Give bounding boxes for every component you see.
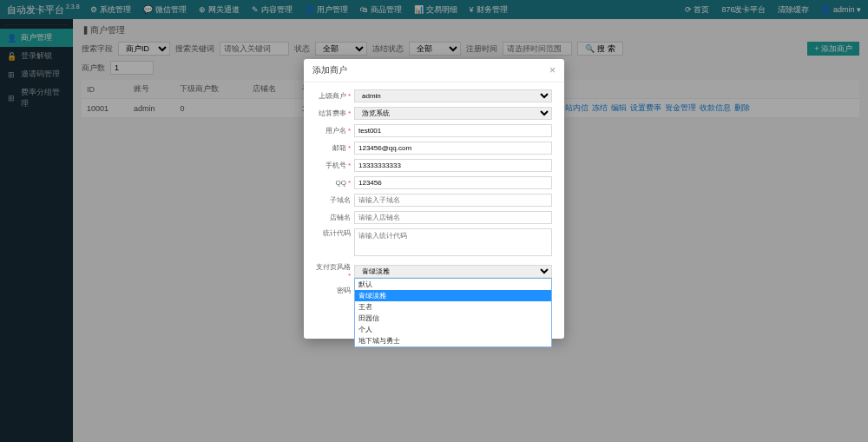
add-merchant-modal: 添加商户 × 上级商户*admin结算费率*游览系统用户名*邮箱*手机号*QQ*…	[304, 59, 564, 339]
dropdown-option[interactable]: 地下城与勇士	[355, 335, 551, 346]
form-select[interactable]: admin	[354, 89, 552, 102]
form-label: 用户名*	[312, 126, 354, 135]
form-label: 手机号*	[312, 161, 354, 170]
modal-overlay: 添加商户 × 上级商户*admin结算费率*游览系统用户名*邮箱*手机号*QQ*…	[0, 0, 868, 442]
form-label: 统计代码	[312, 228, 354, 238]
dropdown-option[interactable]: 个人	[355, 324, 551, 335]
dropdown-list: 默认青绿淡雅王者田园信个人地下城与勇士	[354, 278, 552, 347]
form-input[interactable]	[354, 194, 552, 207]
form-textarea[interactable]	[354, 228, 552, 256]
form-input[interactable]	[354, 142, 552, 155]
form-label: 邮箱*	[312, 143, 354, 153]
dropdown-option[interactable]: 田园信	[355, 313, 551, 324]
form-label: 支付页风格*	[312, 262, 354, 280]
form-select[interactable]: 游览系统	[354, 107, 552, 120]
dropdown-option[interactable]: 青绿淡雅	[355, 290, 551, 301]
form-label: 密码	[312, 286, 354, 295]
form-label: QQ*	[312, 179, 354, 187]
form-input[interactable]	[354, 211, 552, 224]
form-label: 店铺名	[312, 213, 354, 222]
form-label: 结算费率*	[312, 109, 354, 118]
dropdown-option[interactable]: 王者	[355, 301, 551, 313]
form-input[interactable]	[354, 159, 552, 172]
form-input[interactable]	[354, 124, 552, 137]
pay-style-select[interactable]: 青绿淡雅	[354, 265, 552, 278]
form-label: 上级商户*	[312, 91, 354, 101]
modal-title: 添加商户	[312, 64, 347, 76]
form-input[interactable]	[354, 176, 552, 189]
form-label: 子域名	[312, 195, 354, 205]
close-icon[interactable]: ×	[549, 64, 556, 76]
dropdown-option[interactable]: 默认	[355, 279, 551, 290]
